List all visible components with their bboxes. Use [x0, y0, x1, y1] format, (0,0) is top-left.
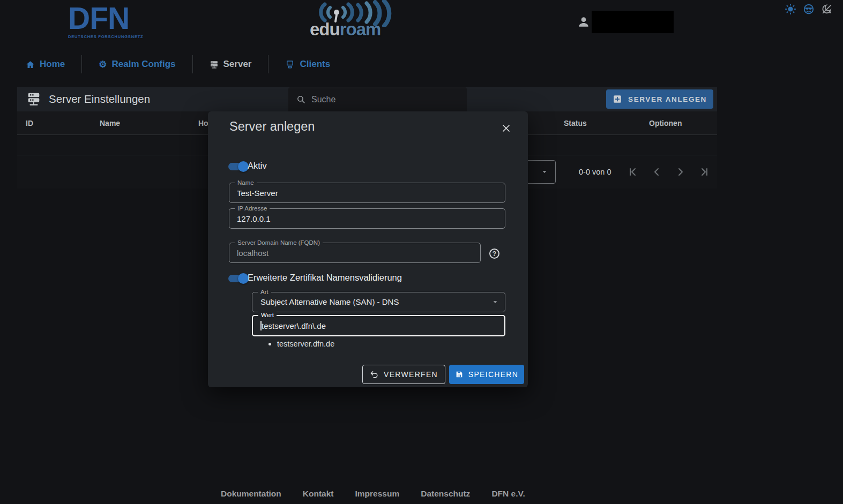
art-select-label: Art — [258, 289, 271, 295]
page-footer: Dokumentation Kontakt Impressum Datensch… — [221, 489, 525, 499]
nav-item-label: Server — [223, 59, 252, 70]
last-page-icon[interactable] — [698, 166, 711, 178]
ip-field-label: IP Adresse — [235, 205, 270, 212]
aktiv-toggle-label: Aktiv — [248, 161, 267, 171]
column-header-optionen: Optionen — [649, 111, 682, 135]
undo-icon — [370, 370, 379, 379]
ip-field: IP Adresse — [229, 208, 505, 229]
nav-item-realm-configs[interactable]: ⚙ Realm Configs — [99, 59, 175, 70]
home-icon — [26, 60, 35, 69]
footer-link-dokumentation[interactable]: Dokumentation — [221, 489, 281, 499]
save-button[interactable]: SPEICHERN — [449, 365, 524, 384]
server-settings-icon — [26, 91, 42, 107]
nav-item-home[interactable]: Home — [26, 59, 65, 70]
column-header-name[interactable]: Name — [100, 111, 120, 135]
fqdn-field-label: Server Domain Name (FQDN) — [235, 239, 323, 246]
nav-item-label: Home — [40, 59, 65, 70]
footer-link-dfn-ev[interactable]: DFN e.V. — [491, 489, 525, 499]
aktiv-toggle[interactable] — [227, 161, 248, 172]
art-select-value: Subject Alternative Name (SAN) - DNS — [252, 292, 505, 312]
save-button-label: SPEICHERN — [468, 370, 518, 379]
search-box — [288, 87, 467, 111]
dfn-logo-text: DFN — [68, 3, 143, 33]
ip-input[interactable] — [229, 209, 505, 228]
art-select[interactable]: Art Subject Alternative Name (SAN) - DNS — [252, 292, 505, 312]
cert-validation-toggle[interactable] — [227, 273, 248, 284]
nav-item-label: Realm Configs — [111, 59, 175, 70]
close-icon[interactable] — [500, 122, 512, 134]
plus-box-icon — [613, 94, 622, 104]
next-page-icon[interactable] — [674, 166, 687, 178]
search-icon — [296, 95, 305, 104]
nav-item-label: Clients — [300, 59, 330, 70]
fqdn-field: Server Domain Name (FQDN) — [229, 243, 481, 263]
san-preview-text: testserver.dfn.de — [277, 340, 334, 348]
footer-link-datenschutz[interactable]: Datenschutz — [421, 489, 470, 499]
nav-divider — [81, 55, 82, 73]
dfn-logo: DFN DEUTSCHES FORSCHUNGSNETZ — [68, 3, 143, 39]
page-header-bar: Server Einstellungen SERVER ANLEGEN — [17, 87, 717, 111]
create-server-dialog: Server anlegen Aktiv Name IP Adresse Ser… — [208, 111, 528, 387]
help-icon[interactable]: ? — [489, 249, 499, 259]
auto-theme-icon[interactable] — [820, 3, 833, 16]
bullet-icon — [268, 343, 271, 345]
chevron-down-icon — [540, 168, 549, 176]
eduroam-logo: eduroam — [309, 0, 402, 37]
column-header-status: Status — [564, 111, 587, 135]
name-field-label: Name — [235, 179, 257, 186]
nav-item-clients[interactable]: Clients — [285, 59, 330, 70]
san-preview-item: testserver.dfn.de — [268, 340, 334, 348]
name-input[interactable] — [229, 183, 505, 202]
discard-button[interactable]: VERWERFEN — [362, 365, 445, 384]
cert-validation-toggle-label: Erweiterte Zertifikat Namensvalidierung — [248, 273, 402, 283]
help-glyph: ? — [493, 250, 496, 258]
text-cursor — [260, 321, 262, 330]
wert-field-label: Wert — [258, 312, 277, 318]
discard-button-label: VERWERFEN — [384, 370, 438, 379]
toggle-thumb — [238, 273, 249, 284]
user-avatar-icon — [577, 15, 591, 31]
nav-item-server[interactable]: Server — [210, 59, 252, 70]
name-field: Name — [229, 183, 505, 203]
save-icon — [455, 370, 464, 379]
first-page-icon[interactable] — [626, 166, 639, 178]
page-title-group: Server Einstellungen — [26, 87, 150, 111]
gear-icon: ⚙ — [99, 59, 107, 70]
create-server-button-label: SERVER ANLEGEN — [628, 95, 707, 103]
page-title: Server Einstellungen — [49, 93, 150, 106]
wert-input[interactable] — [253, 316, 504, 335]
search-input[interactable] — [305, 95, 467, 104]
server-icon — [210, 60, 219, 69]
dialog-title: Server anlegen — [229, 119, 315, 134]
pagination-range-label: 0-0 von 0 — [579, 155, 611, 189]
prev-page-icon[interactable] — [650, 166, 663, 178]
username-redacted — [592, 11, 674, 33]
wert-field: Wert — [252, 315, 505, 336]
nav-divider — [268, 55, 268, 73]
clients-icon — [285, 59, 295, 69]
eduroam-logo-text: eduroam — [310, 19, 381, 40]
footer-link-kontakt[interactable]: Kontakt — [303, 489, 334, 499]
fqdn-input[interactable] — [229, 243, 480, 262]
column-header-host[interactable]: Ho — [198, 111, 208, 135]
cool-face-icon[interactable] — [802, 3, 815, 16]
footer-link-impressum[interactable]: Impressum — [355, 489, 400, 499]
nav-divider — [192, 55, 193, 73]
theme-switcher — [784, 3, 833, 16]
main-nav: Home ⚙ Realm Configs Server Clients — [26, 54, 330, 74]
create-server-button[interactable]: SERVER ANLEGEN — [606, 89, 713, 109]
toggle-thumb — [238, 161, 249, 172]
column-header-id[interactable]: ID — [26, 111, 33, 135]
dfn-logo-subtitle: DEUTSCHES FORSCHUNGSNETZ — [68, 34, 143, 39]
sun-icon[interactable] — [784, 3, 797, 16]
chevron-down-icon — [491, 298, 499, 306]
